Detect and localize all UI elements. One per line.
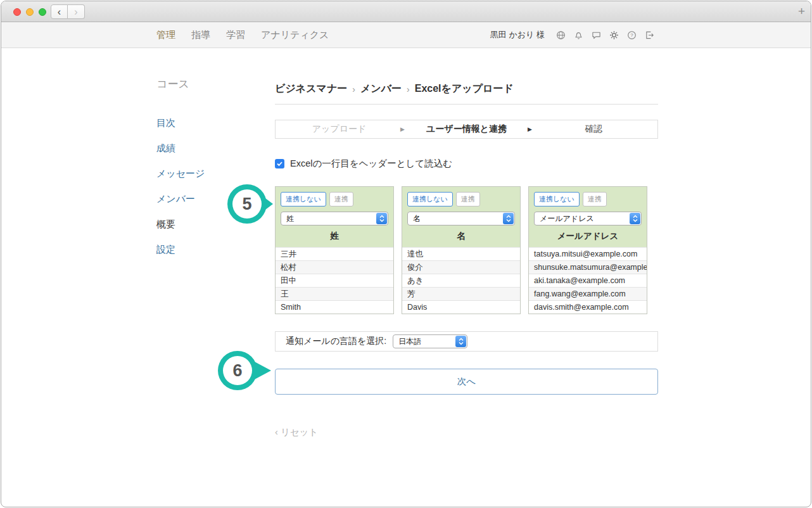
column-mapping-select[interactable]: メールアドレス (534, 212, 642, 225)
column-rows: 三井 松村 田中 王 Smith (276, 247, 393, 314)
sidebar-item-grades[interactable]: 成績 (156, 143, 258, 153)
bell-icon[interactable] (574, 30, 583, 40)
column-header: メールアドレス (534, 225, 642, 247)
table-row: Davis (402, 300, 520, 314)
close-button[interactable] (13, 8, 21, 16)
mapping-panel-email: 連携しない 連携 メールアドレス メールアドレス tatsuya.mitsui@… (528, 186, 647, 314)
select-stepper-icon (376, 213, 387, 224)
step-upload: アップロード (276, 124, 403, 135)
course-sidebar: コース 目次 成績 メッセージ メンバー 概要 設定 (156, 77, 258, 270)
annotation-marker-5: 5 (227, 184, 267, 224)
reset-link[interactable]: ‹ リセット (275, 426, 658, 438)
step-indicator: アップロード ▶ ユーザー情報と連携 ▶ 確認 (275, 120, 658, 139)
table-row: fang.wang@example.com (529, 287, 647, 300)
table-row: あき (402, 274, 520, 287)
user-name: 黒田 かおり 様 (490, 29, 545, 41)
select-stepper-icon (630, 213, 640, 224)
breadcrumb-separator-icon: › (352, 84, 355, 94)
select-value: メールアドレス (540, 213, 594, 224)
panel-header-area: 連携しない 連携 姓 姓 (276, 187, 393, 247)
select-value: 姓 (286, 213, 294, 224)
logout-icon[interactable] (645, 30, 654, 40)
table-row: 三井 (276, 247, 393, 260)
column-rows: 達也 俊介 あき 芳 Davis (402, 247, 520, 314)
toggle-link[interactable]: 連携 (329, 192, 353, 206)
toggle-link[interactable]: 連携 (583, 192, 607, 206)
top-nav-items: 管理 指導 学習 アナリティクス (156, 29, 329, 41)
breadcrumb-upload-excel: Excelをアップロード (415, 82, 514, 96)
annotation-number: 5 (232, 189, 262, 219)
sidebar-item-settings[interactable]: 設定 (156, 244, 258, 255)
step-confirm: 確認 (530, 124, 657, 135)
mapping-panel-firstname: 連携しない 連携 名 名 達也 俊介 あき 芳 (402, 186, 521, 314)
link-toggle-group: 連携しない 連携 (281, 192, 388, 206)
main-content: ビジネスマナー › メンバー › Excelをアップロード アップロード ▶ ユ… (275, 77, 658, 438)
sidebar-heading: コース (156, 77, 258, 91)
table-row: 芳 (402, 287, 520, 300)
top-nav-right: 黒田 かおり 様 ? (490, 29, 654, 41)
nav-item-learning[interactable]: 学習 (226, 29, 245, 41)
breadcrumb: ビジネスマナー › メンバー › Excelをアップロード (275, 77, 658, 96)
table-row: 松村 (276, 260, 393, 274)
header-checkbox[interactable] (275, 159, 284, 168)
notification-language-label: 通知メールの言語を選択: (286, 336, 386, 347)
history-buttons: ‹ › (51, 4, 85, 19)
table-row: tatsuya.mitsui@example.com (529, 247, 647, 260)
gear-icon[interactable] (609, 30, 619, 40)
forward-button[interactable]: › (68, 4, 85, 19)
table-row: 田中 (276, 274, 393, 287)
column-mapping-select[interactable]: 姓 (281, 212, 388, 225)
zoom-button[interactable] (39, 8, 46, 16)
svg-text:?: ? (630, 32, 633, 38)
globe-icon[interactable] (556, 30, 566, 40)
breadcrumb-members[interactable]: メンバー (360, 82, 402, 96)
table-row: aki.tanaka@example.com (529, 274, 647, 287)
nav-item-analytics[interactable]: アナリティクス (261, 29, 329, 41)
table-row: shunsuke.matsumura@example.com (529, 260, 647, 274)
header-checkbox-label[interactable]: Excelの一行目をヘッダーとして読込む (290, 158, 452, 170)
toggle-no-link[interactable]: 連携しない (534, 192, 580, 206)
top-nav: 管理 指導 学習 アナリティクス 黒田 かおり 様 ? (1, 22, 811, 48)
next-button[interactable]: 次へ (275, 369, 658, 395)
minimize-button[interactable] (26, 8, 34, 16)
panel-header-area: 連携しない 連携 メールアドレス メールアドレス (529, 187, 647, 247)
toggle-no-link[interactable]: 連携しない (407, 192, 453, 206)
mapping-panel-lastname: 連携しない 連携 姓 姓 三井 松村 田中 王 (275, 186, 394, 314)
column-mapping-panels: 連携しない 連携 姓 姓 三井 松村 田中 王 (275, 186, 658, 314)
annotation-marker-6: 6 (218, 351, 257, 390)
nav-item-instruction[interactable]: 指導 (191, 29, 210, 41)
column-mapping-select[interactable]: 名 (407, 212, 515, 225)
table-row: 俊介 (402, 260, 520, 274)
help-icon[interactable]: ? (627, 30, 637, 40)
chat-icon[interactable] (592, 30, 601, 40)
select-value: 日本語 (398, 336, 421, 347)
toggle-no-link[interactable]: 連携しない (281, 192, 326, 206)
select-value: 名 (413, 213, 421, 224)
breadcrumb-separator-icon: › (407, 84, 410, 94)
sidebar-item-toc[interactable]: 目次 (156, 118, 258, 128)
select-stepper-icon (455, 336, 466, 347)
column-rows: tatsuya.mitsui@example.com shunsuke.mats… (529, 247, 647, 314)
column-header: 姓 (281, 225, 388, 247)
link-toggle-group: 連携しない 連携 (534, 192, 642, 206)
select-stepper-icon (503, 213, 514, 224)
table-row: 王 (276, 287, 393, 300)
table-row: davis.smith@example.com (529, 300, 647, 314)
column-header: 名 (407, 225, 515, 247)
browser-window: ‹ › + 管理 指導 学習 アナリティクス 黒田 かおり 様 (1, 1, 811, 507)
nav-item-admin[interactable]: 管理 (156, 29, 175, 41)
new-tab-button[interactable]: + (798, 4, 805, 18)
table-row: Smith (276, 300, 393, 314)
title-bar: ‹ › + (1, 1, 811, 22)
breadcrumb-divider (275, 104, 658, 105)
panel-header-area: 連携しない 連携 名 名 (402, 187, 520, 247)
step-user-info: ユーザー情報と連携 (403, 124, 530, 135)
sidebar-item-messages[interactable]: メッセージ (156, 168, 258, 179)
back-button[interactable]: ‹ (51, 4, 68, 19)
toggle-link[interactable]: 連携 (456, 192, 480, 206)
notification-language-row: 通知メールの言語を選択: 日本語 (275, 331, 658, 352)
table-row: 達也 (402, 247, 520, 260)
notification-language-select[interactable]: 日本語 (393, 334, 467, 348)
breadcrumb-course[interactable]: ビジネスマナー (275, 82, 347, 96)
annotation-number: 6 (223, 356, 252, 385)
